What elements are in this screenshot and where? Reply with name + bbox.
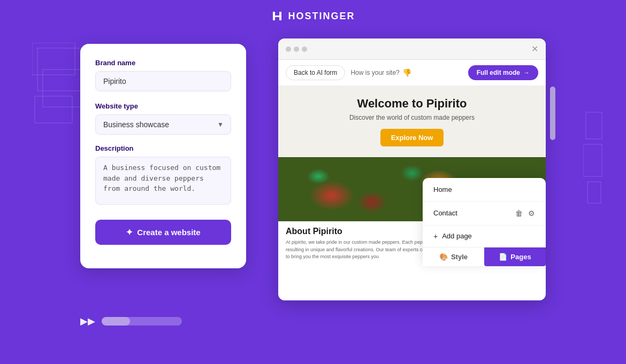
forward-arrows-icon: ▶▶ <box>80 315 95 327</box>
style-icon: 🎨 <box>439 253 448 261</box>
browser-mockup: ✕ Back to AI form How is your site? 👎 Fu… <box>278 38 546 300</box>
back-to-ai-button[interactable]: Back to AI form <box>286 65 345 80</box>
menu-item-contact[interactable]: Contact 🗑 ⚙ <box>423 202 546 226</box>
how-is-site-label: How is your site? <box>350 69 399 76</box>
menu-item-contact-actions: 🗑 ⚙ <box>515 209 535 218</box>
brand-name-group: Brand name <box>95 59 231 101</box>
browser-dot-2 <box>294 47 299 52</box>
brand-name-input[interactable] <box>95 71 231 91</box>
browser-dot-1 <box>286 47 291 52</box>
tab-pages-label: Pages <box>510 253 531 261</box>
hostinger-icon <box>271 10 284 22</box>
full-edit-button[interactable]: Full edit mode → <box>468 65 538 80</box>
browser-close-button[interactable]: ✕ <box>531 44 538 54</box>
tab-bar: 🎨 Style 📄 Pages <box>423 247 546 266</box>
add-page-item[interactable]: + Add page <box>423 226 546 247</box>
form-card: Brand name Website type Business showcas… <box>80 44 246 268</box>
how-is-site: How is your site? 👎 <box>350 68 411 77</box>
browser-toolbar: ✕ <box>278 38 546 60</box>
delete-icon[interactable]: 🗑 <box>515 209 523 218</box>
create-button-label: Create a website <box>137 228 200 237</box>
plus-icon: + <box>433 232 438 241</box>
website-type-select[interactable]: Business showcase Portfolio Blog E-comme… <box>95 114 231 135</box>
menu-item-home[interactable]: Home <box>423 178 546 202</box>
browser-dots <box>286 47 307 52</box>
settings-icon[interactable]: ⚙ <box>528 209 535 218</box>
tab-style-label: Style <box>451 253 468 261</box>
logo: HOSTINGER <box>271 10 355 22</box>
brand-name-label: Brand name <box>95 59 231 67</box>
inner-nav: Back to AI form How is your site? 👎 Full… <box>278 60 546 86</box>
progress-bar <box>102 317 182 326</box>
menu-item-contact-label: Contact <box>433 209 457 217</box>
create-website-button[interactable]: ✦ Create a website <box>95 220 231 245</box>
site-title: Welcome to Pipirito <box>289 97 535 111</box>
website-type-label: Website type <box>95 102 231 110</box>
header: HOSTINGER <box>0 0 626 28</box>
scroll-bar[interactable] <box>550 87 555 140</box>
website-type-group: Website type Business showcase Portfolio… <box>95 102 231 135</box>
thumbs-icon: 👎 <box>402 68 411 77</box>
site-subtitle: Discover the world of custom made pepper… <box>289 114 535 121</box>
site-hero: Welcome to Pipirito Discover the world o… <box>278 86 546 157</box>
website-type-select-wrapper: Business showcase Portfolio Blog E-comme… <box>95 114 231 135</box>
svg-rect-5 <box>583 144 602 176</box>
menu-item-home-label: Home <box>433 185 452 193</box>
progress-area: ▶▶ <box>80 315 182 327</box>
pages-icon: 📄 <box>499 253 507 261</box>
main-area: Brand name Website type Business showcas… <box>0 28 626 300</box>
browser-dot-3 <box>302 47 307 52</box>
description-group: Description A business focused on custom… <box>95 144 231 219</box>
about-with-popup: About Pipirito At pipirito, we take prid… <box>278 221 546 266</box>
explore-button[interactable]: Explore Now <box>380 129 444 146</box>
progress-bar-fill <box>102 317 130 326</box>
full-edit-label: Full edit mode <box>477 69 520 76</box>
logo-text: HOSTINGER <box>288 11 355 22</box>
description-textarea[interactable]: A business focused on custom made and di… <box>95 157 231 205</box>
arrow-right-icon: → <box>523 69 530 76</box>
svg-rect-6 <box>587 182 601 203</box>
svg-rect-4 <box>586 112 602 139</box>
sparkle-icon: ✦ <box>126 227 133 237</box>
description-label: Description <box>95 144 231 152</box>
add-page-label: Add page <box>442 232 472 240</box>
tab-pages[interactable]: 📄 Pages <box>484 247 546 266</box>
tab-style[interactable]: 🎨 Style <box>423 247 484 266</box>
pages-popup: Home Contact 🗑 ⚙ + Add page <box>423 178 546 266</box>
